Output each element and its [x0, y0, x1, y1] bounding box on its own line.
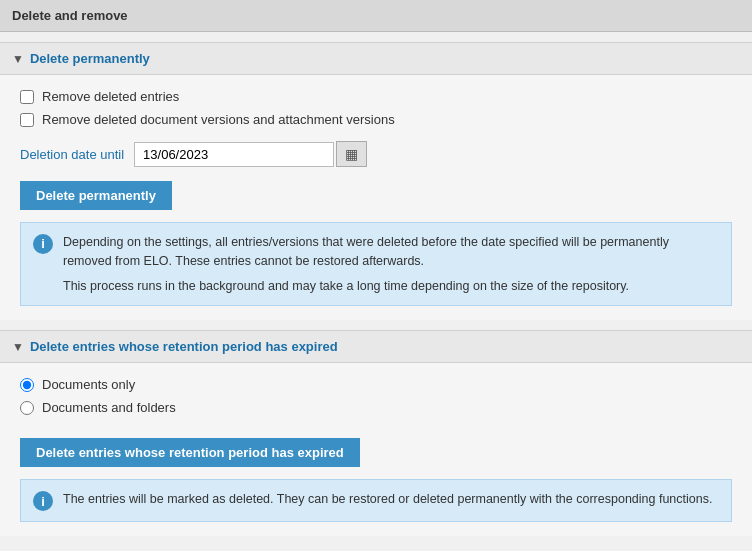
date-input[interactable]: [134, 142, 334, 167]
remove-deleted-versions-row: Remove deleted document versions and att…: [20, 112, 732, 127]
info-icon-2: i: [33, 491, 53, 511]
documents-and-folders-radio[interactable]: [20, 401, 34, 415]
remove-deleted-versions-checkbox[interactable]: [20, 113, 34, 127]
remove-deleted-entries-label: Remove deleted entries: [42, 89, 179, 104]
documents-only-row: Documents only: [20, 377, 732, 392]
chevron-down-icon-2: ▼: [12, 340, 24, 354]
delete-retention-button[interactable]: Delete entries whose retention period ha…: [20, 438, 360, 467]
delete-permanently-button[interactable]: Delete permanently: [20, 181, 172, 210]
chevron-down-icon: ▼: [12, 52, 24, 66]
section1-info-text: Depending on the settings, all entries/v…: [63, 233, 719, 295]
section2-header-label: Delete entries whose retention period ha…: [30, 339, 338, 354]
remove-deleted-versions-label: Remove deleted document versions and att…: [42, 112, 395, 127]
page-title: Delete and remove: [0, 0, 752, 32]
section1-info-line1: Depending on the settings, all entries/v…: [63, 233, 719, 271]
date-row: Deletion date until ▦: [20, 141, 732, 167]
calendar-icon: ▦: [345, 146, 358, 162]
documents-only-label: Documents only: [42, 377, 135, 392]
calendar-button[interactable]: ▦: [336, 141, 367, 167]
section1-header[interactable]: ▼ Delete permanently: [0, 42, 752, 75]
section1-info-line2: This process runs in the background and …: [63, 277, 719, 296]
documents-and-folders-row: Documents and folders: [20, 400, 732, 415]
date-label: Deletion date until: [20, 147, 124, 162]
remove-deleted-entries-row: Remove deleted entries: [20, 89, 732, 104]
documents-and-folders-label: Documents and folders: [42, 400, 176, 415]
section1-content: Remove deleted entries Remove deleted do…: [0, 75, 752, 320]
section2-info-line1: The entries will be marked as deleted. T…: [63, 490, 712, 509]
section1-info-box: i Depending on the settings, all entries…: [20, 222, 732, 306]
section2-info-box: i The entries will be marked as deleted.…: [20, 479, 732, 522]
documents-only-radio[interactable]: [20, 378, 34, 392]
section2-content: Documents only Documents and folders Del…: [0, 363, 752, 536]
section2-info-text: The entries will be marked as deleted. T…: [63, 490, 712, 509]
section1-header-label: Delete permanently: [30, 51, 150, 66]
info-icon: i: [33, 234, 53, 254]
section2-header[interactable]: ▼ Delete entries whose retention period …: [0, 330, 752, 363]
remove-deleted-entries-checkbox[interactable]: [20, 90, 34, 104]
